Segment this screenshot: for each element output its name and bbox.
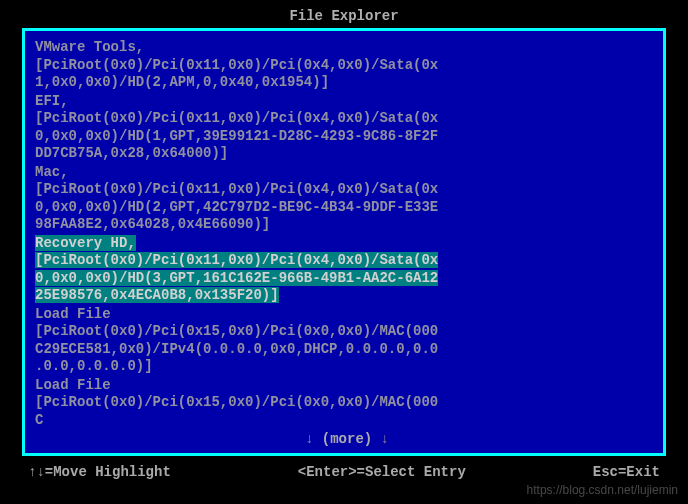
window-title: File Explorer <box>0 0 688 28</box>
entry-name: EFI, <box>35 93 659 111</box>
entry-name: VMware Tools, <box>35 39 659 57</box>
file-entry[interactable]: Load File[PciRoot(0x0)/Pci(0x15,0x0)/Pci… <box>35 306 659 376</box>
entry-path-segment: [PciRoot(0x0)/Pci(0x15,0x0)/Pci(0x0,0x0)… <box>35 323 659 341</box>
entry-path-segment: [PciRoot(0x0)/Pci(0x11,0x0)/Pci(0x4,0x0)… <box>35 252 438 268</box>
watermark: https://blog.csdn.net/lujiemin <box>527 483 678 497</box>
file-entry[interactable]: Recovery HD,[PciRoot(0x0)/Pci(0x11,0x0)/… <box>35 235 659 305</box>
entry-name: Load File <box>35 377 659 395</box>
entry-name: Recovery HD, <box>35 235 136 251</box>
hint-exit: Esc=Exit <box>593 464 660 480</box>
file-entry[interactable]: Mac,[PciRoot(0x0)/Pci(0x11,0x0)/Pci(0x4,… <box>35 164 659 234</box>
entry-path-segment: .0.0,0.0.0.0)] <box>35 358 659 376</box>
footer-hints: ↑↓=Move Highlight <Enter>=Select Entry E… <box>0 456 688 480</box>
entry-path-segment: 1,0x0,0x0)/HD(2,APM,0,0x40,0x1954)] <box>35 74 659 92</box>
entry-path-segment: 98FAA8E2,0x64028,0x4E66090)] <box>35 216 659 234</box>
hint-move: ↑↓=Move Highlight <box>28 464 171 480</box>
entry-path-segment: 0,0x0,0x0)/HD(1,GPT,39E99121-D28C-4293-9… <box>35 128 659 146</box>
entry-name: Mac, <box>35 164 659 182</box>
file-entry[interactable]: VMware Tools,[PciRoot(0x0)/Pci(0x11,0x0)… <box>35 39 659 92</box>
entry-path-segment: C <box>35 412 659 430</box>
entry-path-segment: DD7CB75A,0x28,0x64000)] <box>35 145 659 163</box>
entry-path-segment: 0,0x0,0x0)/HD(2,GPT,42C797D2-BE9C-4B34-9… <box>35 199 659 217</box>
entry-path-segment: 25E98576,0x4ECA0B8,0x135F20)] <box>35 287 279 303</box>
entry-name: Load File <box>35 306 659 324</box>
entry-path-segment: [PciRoot(0x0)/Pci(0x11,0x0)/Pci(0x4,0x0)… <box>35 57 659 75</box>
entry-path-segment: [PciRoot(0x0)/Pci(0x11,0x0)/Pci(0x4,0x0)… <box>35 181 659 199</box>
file-entry[interactable]: Load File[PciRoot(0x0)/Pci(0x15,0x0)/Pci… <box>35 377 659 430</box>
file-list-frame: VMware Tools,[PciRoot(0x0)/Pci(0x11,0x0)… <box>22 28 666 456</box>
hint-select: <Enter>=Select Entry <box>298 464 466 480</box>
entry-path-segment: 0,0x0,0x0)/HD(3,GPT,161C162E-966B-49B1-A… <box>35 270 438 286</box>
file-entry[interactable]: EFI,[PciRoot(0x0)/Pci(0x11,0x0)/Pci(0x4,… <box>35 93 659 163</box>
entry-path-segment: [PciRoot(0x0)/Pci(0x15,0x0)/Pci(0x0,0x0)… <box>35 394 659 412</box>
entry-path-segment: C29ECE581,0x0)/IPv4(0.0.0.0,0x0,DHCP,0.0… <box>35 341 659 359</box>
entry-path-segment: [PciRoot(0x0)/Pci(0x11,0x0)/Pci(0x4,0x0)… <box>35 110 659 128</box>
more-indicator: ↓ (more) ↓ <box>35 431 659 447</box>
